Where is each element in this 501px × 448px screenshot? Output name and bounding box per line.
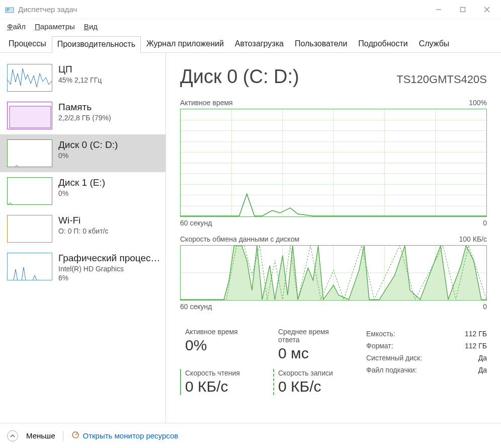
stat-read-speed: Скорость чтения 0 КБ/с xyxy=(180,369,258,395)
menu-bar: Файл Параметры Вид xyxy=(0,19,501,36)
sidebar-item-label: Диск 0 (C: D:) xyxy=(58,139,160,151)
footer-bar: Меньше Открыть монитор ресурсов xyxy=(0,423,501,448)
sidebar-item-label: Память xyxy=(58,102,160,113)
maximize-button[interactable] xyxy=(451,2,475,18)
detail-title: Диск 0 (C: D:) xyxy=(180,66,299,88)
sidebar-item-sub2: 6% xyxy=(58,274,160,282)
footer-less-label[interactable]: Меньше xyxy=(26,431,55,440)
tab-users[interactable]: Пользователи xyxy=(289,36,353,52)
sidebar-item-wifi[interactable]: Wi-Fi О: 0 П: 0 кбит/с xyxy=(0,210,165,248)
sidebar-item-memory[interactable]: Память 2,2/2,8 ГБ (79%) xyxy=(0,97,165,134)
sidebar-item-label: Wi-Fi xyxy=(58,215,160,226)
main-content: ЦП 45% 2,12 ГГц Память 2,2/2,8 ГБ (79%) xyxy=(0,53,501,423)
resource-monitor-icon xyxy=(71,431,79,440)
stats-section: Активное время 0% Среднее время ответа 0… xyxy=(180,328,487,395)
svg-rect-7 xyxy=(10,106,51,128)
active-time-chart: Активное время 100% xyxy=(180,99,487,227)
sidebar-item-sub: 2,2/2,8 ГБ (79%) xyxy=(58,114,160,122)
tab-details[interactable]: Подробности xyxy=(353,36,413,52)
wifi-thumb xyxy=(7,215,52,243)
chart1-xl: 60 секунд xyxy=(180,219,212,227)
collapse-button[interactable] xyxy=(7,430,18,441)
sidebar-item-cpu[interactable]: ЦП 45% 2,12 ГГц xyxy=(0,59,165,97)
gpu-thumb xyxy=(7,253,52,280)
perf-sidebar: ЦП 45% 2,12 ГГц Память 2,2/2,8 ГБ (79%) xyxy=(0,53,166,423)
chart2-max: 100 КБ/с xyxy=(459,235,487,243)
tab-startup[interactable]: Автозагрузка xyxy=(229,36,289,52)
task-manager-icon xyxy=(5,5,14,14)
svg-rect-4 xyxy=(461,7,465,12)
close-button[interactable] xyxy=(475,2,499,18)
tab-processes[interactable]: Процессы xyxy=(3,36,52,52)
menu-options[interactable]: Параметры xyxy=(35,22,75,31)
chart1-xr: 0 xyxy=(483,219,487,227)
detail-panel: Диск 0 (C: D:) TS120GMTS420S Активное вр… xyxy=(166,53,501,423)
stat-write-speed: Скорость записи 0 КБ/с xyxy=(273,369,351,395)
chart2-xr: 0 xyxy=(483,303,487,311)
sidebar-item-label: Диск 1 (E:) xyxy=(58,177,160,188)
chart1-max: 100% xyxy=(469,99,487,107)
window-controls xyxy=(427,2,499,18)
stat-active-time: Активное время 0% xyxy=(180,328,258,362)
disk0-thumb xyxy=(7,139,52,167)
open-resource-monitor-link[interactable]: Открыть монитор ресурсов xyxy=(71,431,178,440)
sidebar-item-disk0[interactable]: Диск 0 (C: D:) 0% xyxy=(0,134,165,172)
menu-file[interactable]: Файл xyxy=(7,22,26,31)
chevron-up-icon xyxy=(10,433,15,438)
memory-thumb xyxy=(7,102,52,129)
sidebar-item-sub: 0% xyxy=(58,152,160,160)
sidebar-item-sub: Intel(R) HD Graphics xyxy=(58,265,160,273)
sidebar-item-sub: 0% xyxy=(58,189,160,197)
cpu-thumb xyxy=(7,64,52,92)
sidebar-item-gpu[interactable]: Графический процессор 0 Intel(R) HD Grap… xyxy=(0,248,165,287)
disk-model: TS120GMTS420S xyxy=(396,73,487,86)
tab-bar: Процессы Производительность Журнал прило… xyxy=(0,36,501,53)
sidebar-item-sub: 45% 2,12 ГГц xyxy=(58,76,160,84)
chart1-box xyxy=(180,109,487,217)
titlebar: Диспетчер задач xyxy=(0,0,501,19)
svg-line-30 xyxy=(75,433,77,435)
chart2-xl: 60 секунд xyxy=(180,303,212,311)
minimize-button[interactable] xyxy=(427,2,451,18)
sidebar-item-label: Графический процессор 0 xyxy=(58,253,160,264)
sidebar-item-disk1[interactable]: Диск 1 (E:) 0% xyxy=(0,172,165,210)
window-title: Диспетчер задач xyxy=(18,5,427,14)
tab-performance[interactable]: Производительность xyxy=(52,36,141,53)
tab-app-history[interactable]: Журнал приложений xyxy=(141,36,229,52)
tab-services[interactable]: Службы xyxy=(413,36,455,52)
throughput-chart: Скорость обмена данными с диском 100 КБ/… xyxy=(180,235,487,311)
stat-avg-response: Среднее время ответа 0 мс xyxy=(273,328,351,362)
menu-view[interactable]: Вид xyxy=(84,22,98,31)
chart2-box xyxy=(180,245,487,301)
svg-rect-1 xyxy=(7,9,10,10)
disk1-thumb xyxy=(7,177,52,205)
svg-rect-2 xyxy=(7,10,9,11)
disk-info-table: Емкость:112 ГБ Формат:112 ГБ Системный д… xyxy=(366,328,487,395)
sidebar-item-label: ЦП xyxy=(58,64,160,75)
sidebar-item-sub: О: 0 П: 0 кбит/с xyxy=(58,227,160,235)
chart1-label: Активное время xyxy=(180,99,233,107)
divider xyxy=(63,431,63,441)
chart2-label: Скорость обмена данными с диском xyxy=(180,235,299,243)
